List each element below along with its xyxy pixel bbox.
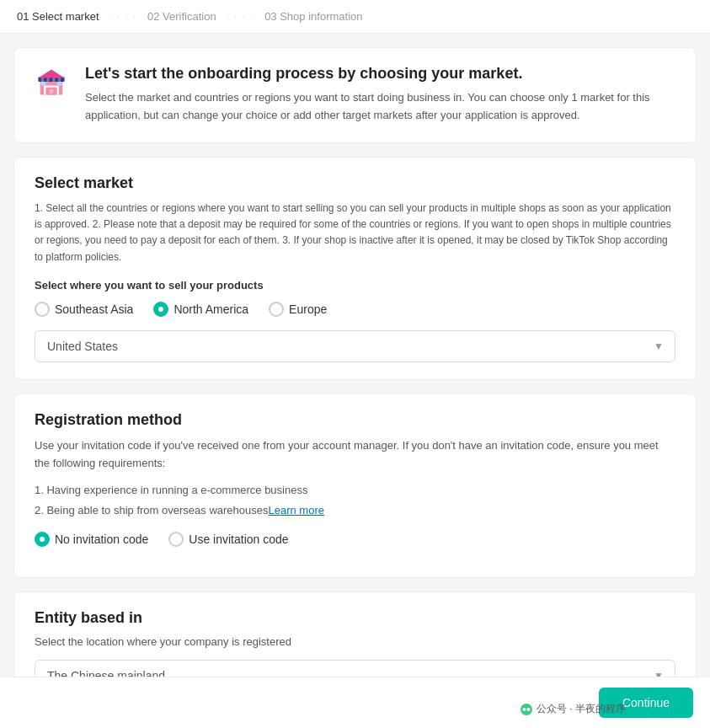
watermark-text: 公众号 · 半夜的程序 — [537, 702, 626, 716]
radio-europe[interactable]: Europe — [269, 302, 327, 317]
radio-label-europe: Europe — [289, 302, 327, 316]
registration-description: Use your invitation code if you've recei… — [35, 437, 675, 473]
intro-title: Let's start the onboarding process by ch… — [85, 65, 675, 83]
entity-title: Entity based in — [35, 609, 675, 627]
step-2: 02 Verification — [147, 10, 216, 23]
radio-label-no-invitation: No invitation code — [55, 533, 148, 546]
svg-point-13 — [520, 704, 532, 715]
radio-circle-southeast-asia — [35, 302, 50, 317]
registration-title: Registration method — [35, 411, 675, 429]
radio-no-invitation[interactable]: No invitation code — [35, 532, 148, 547]
bottom-bar: 公众号 · 半夜的程序 Continue — [0, 677, 710, 728]
entity-description: Select the location where your company i… — [35, 635, 675, 648]
svg-point-15 — [526, 708, 530, 711]
radio-label-southeast-asia: Southeast Asia — [55, 302, 133, 316]
country-dropdown-wrapper: United States Canada Mexico ▼ — [35, 330, 675, 362]
radio-label-use-invitation: Use invitation code — [189, 533, 288, 546]
requirement-list: 1. Having experience in running a e-comm… — [35, 480, 675, 520]
radio-circle-europe — [269, 302, 284, 317]
store-icon: @ — [35, 65, 68, 126]
svg-rect-11 — [41, 82, 46, 85]
step-1: 01 Select market — [17, 10, 99, 23]
select-market-notice: 1. Select all the countries or regions w… — [35, 201, 675, 265]
svg-point-14 — [522, 708, 526, 711]
radio-circle-no-invitation — [35, 532, 50, 547]
country-dropdown[interactable]: United States Canada Mexico — [35, 330, 675, 362]
invitation-radio-group: No invitation code Use invitation code — [35, 532, 675, 547]
radio-use-invitation[interactable]: Use invitation code — [168, 532, 288, 547]
step-3: 03 Shop information — [264, 10, 362, 23]
learn-more-link[interactable]: Learn more — [269, 504, 324, 517]
requirement-2: 2. Being able to ship from overseas ware… — [35, 500, 675, 520]
region-radio-group: Southeast Asia North America Europe — [35, 302, 675, 317]
sub-label: Select where you want to sell your produ… — [35, 279, 675, 292]
svg-rect-12 — [57, 82, 62, 85]
select-market-card: Select market 1. Select all the countrie… — [13, 157, 697, 380]
step-dots-2: · · · · — [227, 12, 254, 21]
intro-description: Select the market and countries or regio… — [85, 89, 675, 125]
intro-text: Let's start the onboarding process by ch… — [85, 65, 675, 125]
registration-method-card: Registration method Use your invitation … — [13, 393, 697, 578]
svg-text:@: @ — [49, 88, 54, 94]
main-content: @ Let's start the onboarding process by … — [0, 34, 710, 728]
step-3-label: 03 Shop information — [264, 10, 362, 23]
radio-north-america[interactable]: North America — [153, 302, 248, 317]
radio-southeast-asia[interactable]: Southeast Asia — [35, 302, 133, 317]
step-2-label: 02 Verification — [147, 10, 216, 23]
radio-circle-north-america — [153, 302, 168, 317]
intro-card: @ Let's start the onboarding process by … — [13, 47, 697, 143]
select-market-title: Select market — [35, 174, 675, 192]
step-1-label: 01 Select market — [17, 10, 99, 23]
radio-circle-use-invitation — [168, 532, 184, 547]
radio-label-north-america: North America — [173, 302, 248, 316]
requirement-1: 1. Having experience in running a e-comm… — [35, 480, 675, 500]
svg-marker-10 — [38, 70, 64, 78]
stepper: 01 Select market · · · · 02 Verification… — [0, 0, 710, 34]
step-dots-1: · · · · — [109, 12, 137, 21]
watermark: 公众号 · 半夜的程序 — [520, 702, 626, 716]
